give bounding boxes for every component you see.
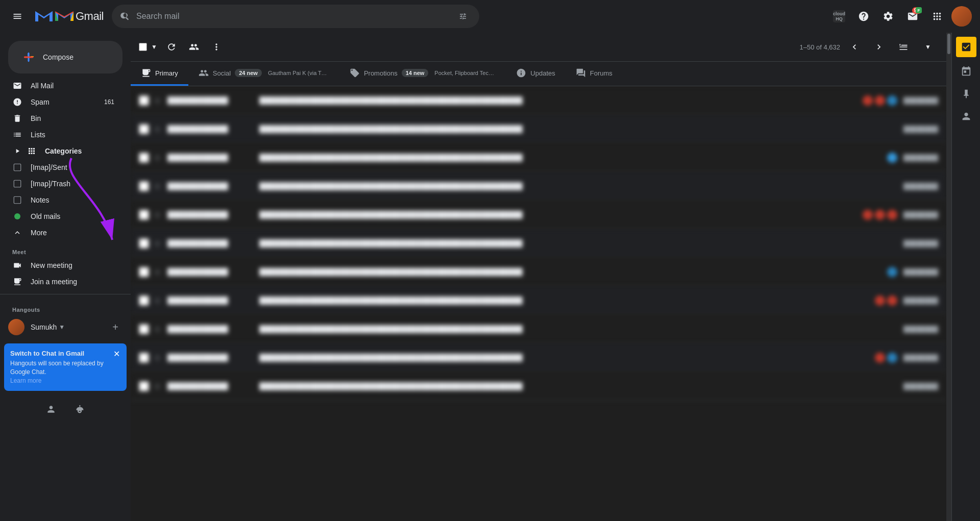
email-checkbox[interactable] xyxy=(139,238,149,249)
new-meeting-icon xyxy=(12,260,22,270)
sidebar-item-imap-trash[interactable]: [Imap]/Trash xyxy=(0,176,122,192)
mail-addon-button[interactable]: 9+ F xyxy=(902,6,923,27)
social-tab-preview: Gautham Pai K (via Twitt... xyxy=(268,70,329,76)
lists-label: Lists xyxy=(31,131,114,139)
email-checkbox[interactable] xyxy=(139,181,149,191)
email-star-icon[interactable]: ☆ xyxy=(153,238,161,249)
email-star-icon[interactable]: ☆ xyxy=(153,381,161,392)
table-row[interactable]: ☆ ████████████ █████████████████████████… xyxy=(131,86,946,115)
email-star-icon[interactable]: ☆ xyxy=(153,295,161,306)
table-row[interactable]: ☆ ████████████ █████████████████████████… xyxy=(131,201,946,229)
settings-button[interactable] xyxy=(878,6,898,27)
account-avatar[interactable] xyxy=(951,6,972,27)
contacts-panel-icon xyxy=(961,111,972,122)
email-star-icon[interactable]: ☆ xyxy=(153,181,161,192)
table-row[interactable]: ☆ ████████████ █████████████████████████… xyxy=(131,343,946,372)
sidebar-item-more[interactable]: More xyxy=(0,225,122,241)
sidebar-item-join-meeting[interactable]: Join a meeting xyxy=(0,274,122,290)
gmail-logo[interactable]: Gmail xyxy=(35,9,104,23)
select-dropdown-button[interactable]: ▼ xyxy=(149,39,159,55)
contacts-icon-btn[interactable] xyxy=(41,399,61,419)
email-subject: ████████████████████████████████████████… xyxy=(259,154,887,162)
sidebar-item-categories[interactable]: Categories xyxy=(0,143,122,159)
email-star-icon[interactable]: ☆ xyxy=(153,266,161,278)
apps-button[interactable] xyxy=(927,6,947,27)
tab-forums[interactable]: Forums xyxy=(566,62,623,86)
email-checkbox[interactable] xyxy=(139,267,149,277)
select-all-checkbox[interactable] xyxy=(139,43,147,51)
sidebar-item-imap-sent[interactable]: [Imap]/Sent xyxy=(0,159,122,176)
tab-updates[interactable]: Updates xyxy=(506,62,565,86)
email-checkbox[interactable] xyxy=(139,153,149,163)
email-star-icon[interactable]: ☆ xyxy=(153,324,161,335)
tab-social[interactable]: Social 24 new Gautham Pai K (via Twitt..… xyxy=(188,62,339,86)
more-options-button[interactable] xyxy=(184,37,204,57)
email-star-icon[interactable]: ☆ xyxy=(153,123,161,135)
sidebar-item-new-meeting[interactable]: New meeting xyxy=(0,257,122,274)
email-checkbox[interactable] xyxy=(139,295,149,306)
table-row[interactable]: ☆ ████████████ █████████████████████████… xyxy=(131,286,946,315)
gmail-text: Gmail xyxy=(76,10,104,23)
help-button[interactable] xyxy=(853,6,874,27)
more-actions-button[interactable] xyxy=(206,37,227,57)
hamburger-button[interactable] xyxy=(8,7,27,26)
email-icons xyxy=(863,210,897,220)
email-star-icon[interactable]: ☆ xyxy=(153,209,161,220)
updates-tab-label: Updates xyxy=(530,69,555,77)
table-row[interactable]: ☆ ████████████ █████████████████████████… xyxy=(131,315,946,343)
keep-icon-btn[interactable] xyxy=(956,84,976,104)
imap-trash-icon xyxy=(12,179,22,189)
email-subject: ████████████████████████████████████████… xyxy=(259,382,903,390)
email-star-icon[interactable]: ☆ xyxy=(153,152,161,163)
email-time: ████████ xyxy=(903,97,938,104)
spam-count: 161 xyxy=(104,98,114,106)
social-tab-badge: 24 new xyxy=(235,69,262,77)
email-checkbox[interactable] xyxy=(139,381,149,391)
sidebar-item-spam[interactable]: Spam 161 xyxy=(0,94,122,110)
add-hangout-button[interactable]: + xyxy=(108,320,122,334)
view-settings-button[interactable]: ▼ xyxy=(918,37,938,57)
prev-page-button[interactable] xyxy=(844,37,865,57)
cloudhq-button[interactable]: cloudHQ xyxy=(829,6,849,27)
email-checkbox[interactable] xyxy=(139,124,149,134)
email-checkbox[interactable] xyxy=(139,353,149,363)
compose-button[interactable]: Compose xyxy=(8,41,122,73)
notification-banner: ✕ Switch to Chat in Gmail Hangouts will … xyxy=(4,343,127,391)
notification-close-button[interactable]: ✕ xyxy=(110,348,122,360)
table-row[interactable]: ☆ ████████████ █████████████████████████… xyxy=(131,172,946,201)
sidebar-item-bin[interactable]: Bin xyxy=(0,110,122,127)
tasks-icon-btn[interactable] xyxy=(956,37,976,57)
table-row[interactable]: ☆ ████████████ █████████████████████████… xyxy=(131,143,946,172)
scrollbar[interactable] xyxy=(946,33,951,521)
email-sender: ████████████ xyxy=(167,325,259,333)
email-time: ████████ xyxy=(903,240,938,247)
email-checkbox[interactable] xyxy=(139,210,149,220)
sidebar-item-old-mails[interactable]: Old mails xyxy=(0,208,122,225)
notes-icon xyxy=(12,195,22,205)
sidebar-item-notes[interactable]: Notes xyxy=(0,192,122,208)
sidebar-item-all-mail[interactable]: All Mail xyxy=(0,78,122,94)
next-page-button[interactable] xyxy=(869,37,889,57)
email-checkbox[interactable] xyxy=(139,324,149,334)
old-mails-icon xyxy=(12,211,22,221)
email-star-icon[interactable]: ☆ xyxy=(153,95,161,106)
refresh-button[interactable] xyxy=(161,37,182,57)
contacts-panel-btn[interactable] xyxy=(956,106,976,127)
table-row[interactable]: ☆ ████████████ █████████████████████████… xyxy=(131,258,946,286)
search-filter-button[interactable] xyxy=(455,8,471,24)
search-input[interactable] xyxy=(136,12,449,21)
tab-primary[interactable]: Primary xyxy=(131,62,188,86)
sidebar-item-lists[interactable]: Lists xyxy=(0,127,122,143)
table-row[interactable]: ☆ ████████████ █████████████████████████… xyxy=(131,229,946,258)
table-row[interactable]: ☆ ████████████ █████████████████████████… xyxy=(131,115,946,143)
bot-icon-btn[interactable] xyxy=(69,399,90,419)
email-star-icon[interactable]: ☆ xyxy=(153,352,161,363)
table-row[interactable]: ☆ ████████████ █████████████████████████… xyxy=(131,372,946,401)
calendar-icon-btn[interactable] xyxy=(956,61,976,82)
tab-promotions[interactable]: Promotions 14 new Pocket, Flipboard Tech… xyxy=(339,62,506,86)
notification-link[interactable]: Learn more xyxy=(10,377,41,384)
email-time: ████████ xyxy=(903,297,938,304)
display-density-button[interactable] xyxy=(893,37,914,57)
email-checkbox[interactable] xyxy=(139,95,149,106)
imap-sent-label: [Imap]/Sent xyxy=(31,163,114,171)
